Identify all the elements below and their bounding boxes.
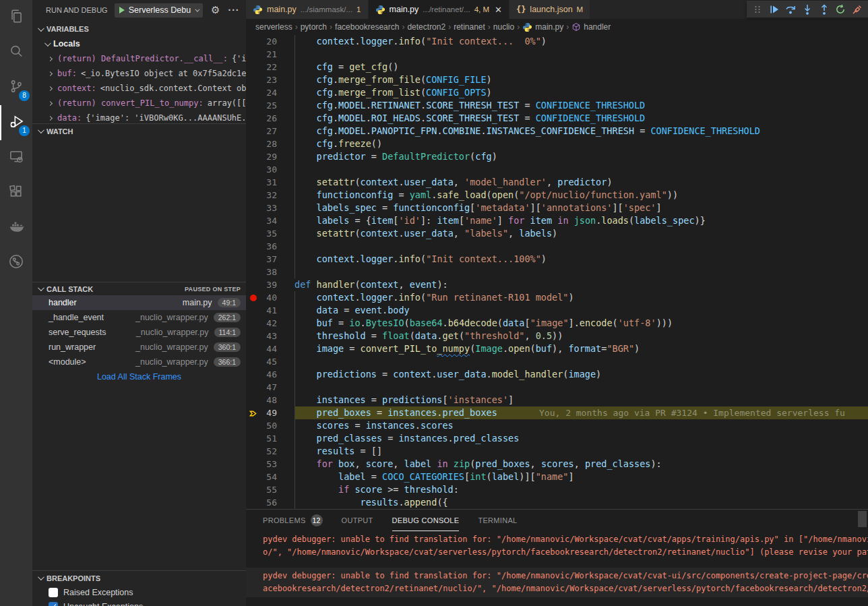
activity-docker[interactable] — [0, 210, 32, 245]
panel-tab-terminal[interactable]: TERMINAL — [478, 510, 517, 531]
breadcrumb-item-facebookresearch[interactable]: facebookresearch — [335, 22, 399, 32]
gutter[interactable]: 53 — [246, 458, 294, 471]
gutter[interactable]: 33 — [246, 202, 294, 214]
gutter[interactable]: 26 — [246, 112, 294, 125]
code-line-25[interactable]: 25 cfg.MODEL.RETINANET.SCORE_THRESH_TEST… — [246, 99, 868, 112]
code-line-34[interactable]: 34 labels = {item['id']: item['name'] fo… — [246, 214, 868, 227]
code-line-46[interactable]: 46 predictions = context.user_data.model… — [246, 368, 868, 381]
breadcrumb-item-nuclio[interactable]: nuclio — [493, 22, 514, 32]
gutter[interactable]: 35 — [246, 227, 294, 240]
stack-frame-row[interactable]: <module>_nuclio_wrapper.py366:1 — [32, 355, 246, 369]
code-line-22[interactable]: 22 cfg = get_cfg() — [246, 61, 868, 73]
gutter[interactable]: 55 — [246, 483, 294, 496]
breadcrumb-item-handler[interactable]: handler — [571, 22, 611, 32]
code-line-32[interactable]: 32 functionconfig = yaml.safe_load(open(… — [246, 189, 868, 202]
gutter[interactable]: 31 — [246, 176, 294, 189]
activity-search[interactable] — [0, 35, 32, 70]
variable-row[interactable]: (return) convert_PIL_to_numpy:array([[[ … — [32, 96, 246, 111]
tab-launch.json[interactable]: {}launch.jsonM — [509, 0, 590, 19]
gutter[interactable]: 42 — [246, 317, 294, 330]
gutter[interactable]: 39 — [246, 278, 294, 291]
code-line-56[interactable]: 56 results.append({ — [246, 496, 868, 509]
variables-section-header[interactable]: VARIABLES — [32, 22, 246, 36]
breakpoint-row[interactable]: Raised Exceptions — [32, 585, 246, 599]
gutter[interactable]: 20 — [246, 35, 294, 48]
code-line-35[interactable]: 35 setattr(context.user_data, "labels", … — [246, 227, 868, 240]
gutter[interactable]: 36 — [246, 240, 294, 253]
gutter[interactable]: 30 — [246, 163, 294, 176]
gutter[interactable]: 27 — [246, 125, 294, 138]
code-line-24[interactable]: 24 cfg.merge_from_list(CONFIG_OPTS) — [246, 86, 868, 99]
code-line-29[interactable]: 29 predictor = DefaultPredictor(cfg) — [246, 150, 868, 163]
gutter[interactable]: 47 — [246, 381, 294, 394]
code-line-47[interactable]: 47 — [246, 381, 868, 394]
restart-icon[interactable] — [834, 2, 848, 16]
gear-icon[interactable]: ⚙ — [211, 4, 220, 16]
code-line-20[interactable]: 20 context.logger.info("Init context... … — [246, 35, 868, 48]
code-line-39[interactable]: 39def handler(context, event): — [246, 278, 868, 291]
gutter[interactable]: 29 — [246, 150, 294, 163]
code-line-43[interactable]: 43 threshold = float(data.get("threshold… — [246, 330, 868, 342]
step-into-icon[interactable] — [801, 2, 815, 16]
code-line-21[interactable]: 21 — [246, 48, 868, 61]
code-line-40[interactable]: 40 context.logger.info("Run retinanet-R1… — [246, 291, 868, 304]
gutter[interactable]: 25 — [246, 99, 294, 112]
code-line-37[interactable]: 37 context.logger.info("Init context...1… — [246, 253, 868, 266]
code-line-51[interactable]: 51 pred_classes = instances.pred_classes — [246, 432, 868, 445]
variable-row[interactable]: data:{'image': 'iVBORw0KG...AAAANSUhE...… — [32, 111, 246, 124]
drag-handle-icon[interactable] — [751, 2, 765, 16]
stack-frame-row[interactable]: _handle_event_nuclio_wrapper.py262:1 — [32, 310, 246, 325]
code-line-41[interactable]: 41 data = event.body — [246, 304, 868, 317]
code-line-45[interactable]: 45 — [246, 355, 868, 368]
gutter[interactable]: 45 — [246, 355, 294, 368]
gutter[interactable]: 52 — [246, 445, 294, 458]
gutter[interactable]: 43 — [246, 330, 294, 342]
code-line-52[interactable]: 52 results = [] — [246, 445, 868, 458]
stack-frame-row[interactable]: run_wrapper_nuclio_wrapper.py360:1 — [32, 340, 246, 355]
stack-frame-row[interactable]: serve_requests_nuclio_wrapper.py114:1 — [32, 325, 246, 340]
gutter[interactable]: 32 — [246, 189, 294, 202]
launch-config-dropdown[interactable]: Serverless Debu — [115, 3, 203, 18]
code-line-28[interactable]: 28 cfg.freeze() — [246, 138, 868, 150]
code-line-30[interactable]: 30 — [246, 163, 868, 176]
activity-extensions[interactable] — [0, 175, 32, 210]
activity-run-and-debug[interactable]: 1 — [0, 105, 32, 140]
code-line-53[interactable]: 53 for box, score, label in zip(pred_box… — [246, 458, 868, 471]
code-line-27[interactable]: 27 cfg.MODEL.PANOPTIC_FPN.COMBINE.INSTAN… — [246, 125, 868, 138]
gutter[interactable]: 40 — [246, 291, 294, 304]
load-all-stack-frames-link[interactable]: Load All Stack Frames — [32, 369, 246, 384]
breadcrumb-item-detectron2[interactable]: detectron2 — [407, 22, 445, 32]
call-stack-header[interactable]: CALL STACK PAUSED ON STEP — [32, 282, 246, 295]
activity-remote-explorer[interactable] — [0, 140, 32, 175]
breadcrumb-item-pytorch[interactable]: pytorch — [301, 22, 327, 32]
gutter[interactable]: 21 — [246, 48, 294, 61]
panel-tab-debug-console[interactable]: DEBUG CONSOLE — [392, 510, 460, 531]
breadcrumb-item-main.py[interactable]: main.py — [522, 22, 563, 32]
gutter[interactable]: 23 — [246, 73, 294, 86]
code-editor[interactable]: 20 context.logger.info("Init context... … — [246, 35, 868, 509]
code-line-26[interactable]: 26 cfg.MODEL.ROI_HEADS.SCORE_THRESH_TEST… — [246, 112, 868, 125]
breakpoint-row[interactable]: Uncaught Exceptions — [32, 599, 246, 606]
gutter[interactable]: 56 — [246, 496, 294, 509]
stack-frame-row[interactable]: handlermain.py49:1 — [32, 295, 246, 310]
breakpoints-header[interactable]: BREAKPOINTS — [32, 570, 246, 585]
gutter[interactable]: 48 — [246, 394, 294, 406]
breadcrumb-item-retinanet[interactable]: retinanet — [454, 22, 485, 32]
gutter[interactable]: 49 — [246, 406, 294, 419]
locals-scope[interactable]: Locals — [32, 36, 246, 51]
checkbox-checked-icon[interactable] — [49, 602, 58, 606]
code-line-54[interactable]: 54 label = COCO_CATEGORIES[int(label)]["… — [246, 471, 868, 483]
scrollbar-thumb[interactable] — [858, 511, 867, 527]
variable-row[interactable]: (return) DefaultPredictor.__call__:{'ins… — [32, 51, 246, 66]
code-line-31[interactable]: 31 setattr(context.user_data, 'model_han… — [246, 176, 868, 189]
start-debug-icon[interactable] — [119, 7, 125, 13]
code-line-36[interactable]: 36 — [246, 240, 868, 253]
disconnect-icon[interactable] — [850, 2, 864, 16]
variable-row[interactable]: buf:<_io.BytesIO object at 0x7f5a2dc1ecc… — [32, 66, 246, 81]
code-line-23[interactable]: 23 cfg.merge_from_file(CONFIG_FILE) — [246, 73, 868, 86]
code-line-38[interactable]: 38 — [246, 266, 868, 278]
panel-tab-output[interactable]: OUTPUT — [342, 510, 373, 531]
tab-main.py[interactable]: main.py.../siammask/...1 — [246, 0, 369, 19]
gutter[interactable]: 46 — [246, 368, 294, 381]
code-line-48[interactable]: 48 instances = predictions['instances'] — [246, 394, 868, 406]
